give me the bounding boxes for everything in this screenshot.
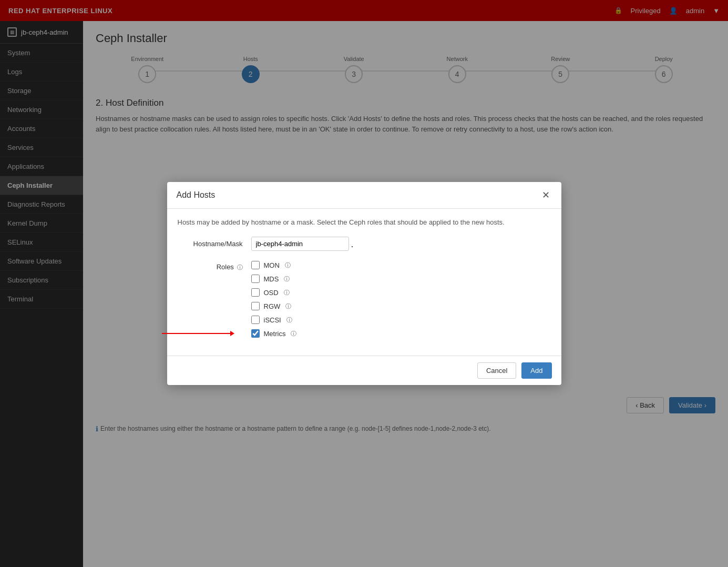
modal-description: Hosts may be added by hostname or a mask… <box>178 218 551 226</box>
mds-info-icon: ⓘ <box>284 275 290 283</box>
add-hosts-modal: Add Hosts ✕ Hosts may be added by hostna… <box>167 182 561 386</box>
role-checkbox-metrics[interactable] <box>251 329 260 338</box>
modal-title: Add Hosts <box>177 190 216 200</box>
role-row-osd: OSD ⓘ <box>251 288 297 297</box>
role-checkbox-mds[interactable] <box>251 275 260 283</box>
modal-footer: Cancel Add <box>167 356 561 385</box>
hostname-label: Hostname/Mask <box>178 237 251 248</box>
osd-info-icon: ⓘ <box>284 289 290 297</box>
role-row-mon: MON ⓘ <box>251 261 297 269</box>
iscsi-info-icon: ⓘ <box>286 316 292 324</box>
arrow-annotation <box>162 331 234 336</box>
role-label-metrics: Metrics <box>264 330 286 338</box>
role-label-iscsi: iSCSI <box>264 316 281 324</box>
add-button[interactable]: Add <box>521 362 551 379</box>
roles-label: Roles ⓘ <box>178 260 251 271</box>
role-row-rgw: RGW ⓘ <box>251 302 297 310</box>
dot-separator: . <box>351 237 354 252</box>
mon-info-icon: ⓘ <box>285 261 291 269</box>
modal-close-button[interactable]: ✕ <box>540 189 552 201</box>
hostname-input[interactable] <box>251 237 349 251</box>
cancel-button[interactable]: Cancel <box>477 362 516 379</box>
hostname-row: Hostname/Mask . <box>178 237 551 252</box>
role-label-rgw: RGW <box>264 302 281 310</box>
roles-row: Roles ⓘ MON ⓘ MDS ⓘ <box>178 260 551 338</box>
roles-info-icon: ⓘ <box>237 264 243 270</box>
role-label-osd: OSD <box>264 289 279 297</box>
role-checkbox-mon[interactable] <box>251 261 260 269</box>
modal-overlay: Add Hosts ✕ Hosts may be added by hostna… <box>0 0 728 567</box>
arrow-head <box>230 331 234 336</box>
arrow-line <box>162 333 230 334</box>
roles-list: MON ⓘ MDS ⓘ OSD ⓘ <box>251 260 297 338</box>
role-checkbox-iscsi[interactable] <box>251 316 260 324</box>
role-label-mon: MON <box>264 261 280 269</box>
metrics-info-icon: ⓘ <box>291 330 296 338</box>
modal-header: Add Hosts ✕ <box>167 182 561 209</box>
role-row-mds: MDS ⓘ <box>251 275 297 283</box>
role-checkbox-osd[interactable] <box>251 288 260 297</box>
role-row-iscsi: iSCSI ⓘ <box>251 316 297 324</box>
role-row-metrics: Metrics ⓘ <box>251 329 297 338</box>
modal-body: Hosts may be added by hostname or a mask… <box>167 209 561 356</box>
rgw-info-icon: ⓘ <box>285 302 291 310</box>
role-label-mds: MDS <box>264 275 279 283</box>
role-checkbox-rgw[interactable] <box>251 302 260 310</box>
